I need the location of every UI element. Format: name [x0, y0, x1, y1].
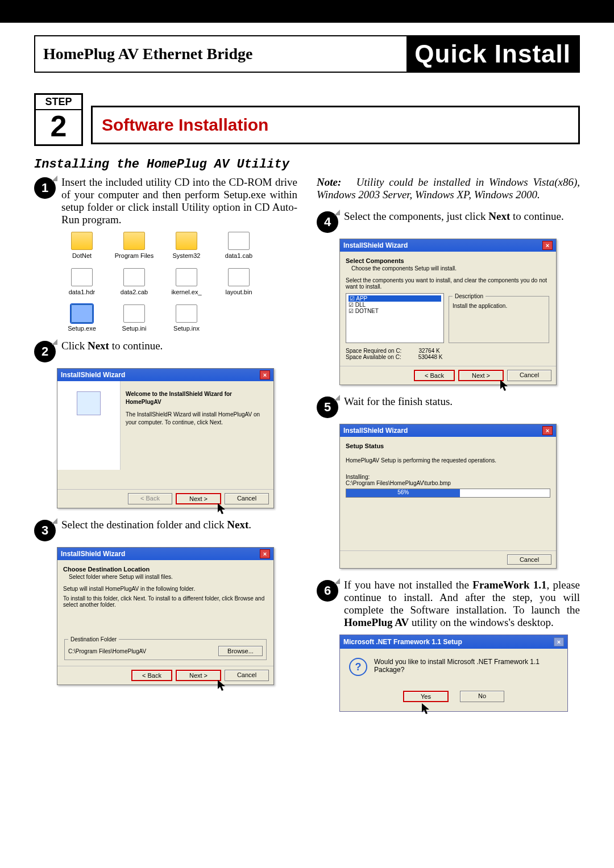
subheading: Installing the HomePlug AV Utility — [34, 157, 580, 172]
wizard-heading: Welcome to the InstallShield Wizard for … — [126, 391, 232, 405]
step-number: 2 — [36, 110, 81, 144]
setup-exe[interactable]: Setup.exe — [61, 304, 102, 332]
wizard-heading: Choose Destination Location — [63, 566, 150, 573]
wizard-heading: Setup Status — [346, 443, 384, 449]
bullet-5-icon: 5 — [317, 397, 338, 418]
back-button[interactable]: < Back — [414, 370, 455, 381]
wizard-line: Setup will install HomePlugAV in the fol… — [63, 586, 268, 592]
dotnet-dialog: Microsoft .NET Framework 1.1 Setup× ? Wo… — [339, 635, 568, 712]
dotnet-question: Would you like to install Microsoft .NET… — [374, 658, 558, 674]
bullet-4-icon: 4 — [317, 211, 338, 233]
next-button[interactable]: Next > — [176, 493, 221, 504]
bullet-3-text: Select the destination folder and click … — [61, 519, 297, 541]
space-required-value: 32764 K — [418, 348, 439, 354]
bullet-6-text: If you have not installed the FrameWork … — [344, 579, 580, 629]
wizard-title: InstallShield Wizard — [343, 241, 408, 249]
close-icon[interactable]: × — [542, 426, 553, 435]
installing-label: Installing: — [346, 474, 550, 480]
folder-item[interactable]: Program Files — [114, 232, 155, 259]
step-label: STEP — [36, 95, 81, 110]
wizard-destination: InstallShield Wizard× Choose Destination… — [57, 547, 274, 685]
step-badge: STEP 2 — [34, 93, 83, 146]
space-available-value: 530448 K — [418, 354, 443, 360]
bullet-2-text: Click Next to continue. — [61, 340, 297, 362]
file-item[interactable]: Setup.ini — [114, 304, 155, 332]
cancel-button[interactable]: Cancel — [225, 670, 269, 681]
file-item[interactable]: layout.bin — [218, 268, 259, 295]
bullet-6-icon: 6 — [317, 580, 338, 602]
wizard-banner — [57, 381, 121, 470]
wizard-line: Select the components you want to instal… — [346, 277, 550, 290]
cancel-button[interactable]: Cancel — [225, 493, 269, 504]
dest-folder-path: C:\Program Files\HomePlugAV — [68, 648, 146, 654]
note-block: Note: Utility could be installed in Wind… — [317, 176, 580, 201]
space-available-label: Space Available on C: — [346, 354, 401, 360]
dotnet-title: Microsoft .NET Framework 1.1 Setup — [343, 638, 462, 646]
top-black-band — [0, 0, 614, 23]
wizard-body-text: The InstallShieldR Wizard will install H… — [126, 411, 267, 427]
description-legend: Description — [453, 293, 486, 299]
bullet-1-icon: 1 — [34, 177, 56, 199]
section-title: Software Installation — [91, 106, 580, 144]
browse-button[interactable]: Browse... — [218, 646, 263, 656]
folder-listing: DotNet Program Files System32 data1.cab … — [61, 232, 297, 332]
pointer-icon — [420, 702, 433, 716]
wizard-line: To install to this folder, click Next. T… — [63, 595, 268, 608]
folder-item[interactable]: System32 — [166, 232, 207, 259]
wizard-welcome: InstallShield Wizard× Welcome to the Ins… — [57, 368, 274, 508]
component-item[interactable]: ☑ DOTNET — [349, 308, 441, 314]
wizard-components: InstallShield Wizard× Select Components … — [339, 239, 557, 385]
wizard-heading: Select Components — [346, 257, 404, 264]
yes-button[interactable]: Yes — [403, 691, 449, 702]
dest-folder-legend: Destination Folder — [68, 636, 119, 642]
no-button[interactable]: No — [460, 691, 504, 702]
cancel-button[interactable]: Cancel — [507, 370, 551, 381]
file-item[interactable]: data2.cab — [114, 268, 155, 295]
wizard-subheading: Choose the components Setup will install… — [351, 265, 550, 272]
wizard-status: InstallShield Wizard× Setup Status HomeP… — [339, 424, 557, 569]
component-item[interactable]: ☑ DLL — [349, 302, 441, 308]
wizard-title: InstallShield Wizard — [61, 371, 125, 379]
file-item[interactable]: ikernel.ex_ — [166, 268, 207, 295]
wizard-line: HomePlugAV Setup is performing the reque… — [346, 457, 550, 464]
close-icon[interactable]: × — [260, 549, 270, 558]
bullet-4-text: Select the components, just click Next t… — [344, 210, 580, 233]
wizard-subheading: Select folder where Setup will install f… — [69, 574, 268, 580]
close-icon[interactable]: × — [260, 370, 270, 379]
doc-header: HomePlug AV Ethernet Bridge Quick Instal… — [34, 35, 580, 73]
header-right-title: Quick Install — [406, 36, 579, 72]
component-item[interactable]: ☑ APP — [349, 295, 441, 302]
progress-value: 56% — [346, 489, 460, 497]
bullet-5-text: Wait for the finish status. — [344, 395, 580, 418]
wizard-glyph-icon — [77, 391, 101, 415]
header-left-title: HomePlug AV Ethernet Bridge — [35, 36, 406, 72]
description-text: Install the application. — [453, 303, 545, 309]
next-button[interactable]: Next > — [458, 370, 504, 381]
installing-path: C:\Program Files\HomePlugAV\turbo.bmp — [346, 480, 550, 486]
bullet-2-icon: 2 — [34, 341, 56, 362]
file-item[interactable]: data1.hdr — [61, 268, 102, 295]
back-button: < Back — [128, 493, 172, 504]
close-icon[interactable]: × — [542, 241, 553, 250]
progress-bar: 56% — [346, 489, 550, 498]
wizard-title: InstallShield Wizard — [61, 550, 125, 558]
close-icon[interactable]: × — [554, 637, 564, 646]
next-button[interactable]: Next > — [176, 670, 221, 681]
question-icon: ? — [349, 658, 367, 676]
file-item[interactable]: Setup.inx — [166, 304, 207, 332]
bullet-1-text: Insert the included utility CD into the … — [61, 176, 297, 226]
wizard-title: InstallShield Wizard — [343, 427, 408, 435]
file-item[interactable]: data1.cab — [218, 232, 259, 259]
cancel-button[interactable]: Cancel — [507, 554, 551, 565]
back-button[interactable]: < Back — [131, 670, 172, 681]
folder-item[interactable]: DotNet — [61, 232, 102, 259]
space-required-label: Space Required on C: — [346, 348, 401, 354]
bullet-3-icon: 3 — [34, 520, 56, 541]
